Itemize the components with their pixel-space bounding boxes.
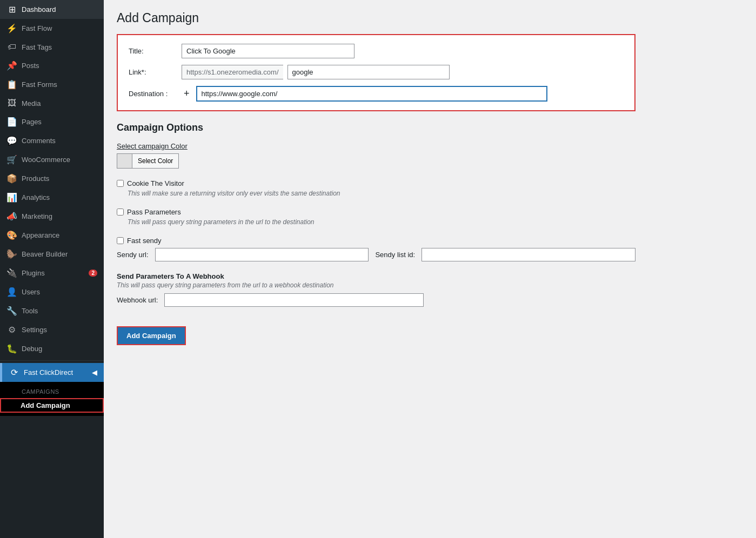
link-slug-input[interactable] — [287, 65, 450, 79]
sidebar-submenu: Campaigns Add Campaign — [0, 382, 104, 416]
plus-button[interactable]: + — [182, 88, 192, 99]
destination-input[interactable] — [196, 86, 547, 102]
sidebar-item-fast-clickdirect[interactable]: ⟳ Fast ClickDirect ◀ — [0, 363, 104, 382]
sidebar-item-label: Settings — [22, 326, 97, 334]
link-prefix: https://s1.onezeromedia.com/ — [182, 65, 283, 79]
sidebar-item-label: Analytics — [22, 193, 97, 201]
sidebar-item-label: Users — [22, 288, 97, 296]
webhook-url-row: Webhook url: — [117, 293, 635, 307]
sidebar-item-fast-forms[interactable]: 📋 Fast Forms — [0, 75, 104, 94]
fast-flow-icon: ⚡ — [6, 23, 17, 33]
products-icon: 📦 — [6, 173, 17, 184]
cookie-checkbox-row: Cookie The Visitor — [117, 179, 635, 187]
sidebar-item-woocommerce[interactable]: 🛒 WooCommerce — [0, 150, 104, 169]
fast-sendy-option: Fast sendy Sendy url: Sendy list id: — [117, 237, 635, 261]
sendy-url-input[interactable] — [155, 248, 369, 261]
appearance-icon: 🎨 — [6, 230, 17, 240]
woo-icon: 🛒 — [6, 154, 17, 165]
cookie-helper-text: This will make sure a returning visitor … — [128, 190, 635, 197]
sidebar-item-appearance[interactable]: 🎨 Appearance — [0, 226, 104, 245]
sidebar-item-label: Tools — [22, 307, 97, 315]
pass-params-option: Pass Parameters This will pass query str… — [117, 208, 635, 226]
tag-icon: 🏷 — [6, 42, 17, 52]
link-row: Link*: https://s1.onezeromedia.com/ — [129, 65, 624, 79]
sidebar-item-label: WooCommerce — [22, 156, 97, 164]
comments-icon: 💬 — [6, 136, 17, 146]
pass-params-label[interactable]: Pass Parameters — [127, 208, 181, 216]
color-swatch — [117, 153, 132, 169]
sidebar-item-label: Appearance — [22, 231, 97, 239]
beaver-icon: 🦫 — [6, 249, 17, 259]
page-title: Add Campaign — [117, 11, 743, 25]
users-icon: 👤 — [6, 287, 17, 297]
sendy-url-label: Sendy url: — [117, 251, 149, 259]
settings-icon: ⚙ — [6, 325, 17, 335]
link-label: Link*: — [129, 68, 177, 76]
sidebar-item-label: Products — [22, 174, 97, 183]
fast-sendy-checkbox[interactable] — [117, 237, 124, 244]
sidebar-item-beaver-builder[interactable]: 🦫 Beaver Builder — [0, 245, 104, 264]
cookie-checkbox[interactable] — [117, 180, 124, 187]
select-color-button[interactable]: Select Color — [132, 153, 179, 169]
sidebar-item-fast-flow[interactable]: ⚡ Fast Flow — [0, 19, 104, 38]
sendy-list-label: Sendy list id: — [375, 251, 415, 259]
sendy-list-input[interactable] — [422, 248, 635, 261]
color-label: Select campaign Color — [117, 142, 635, 150]
sidebar-item-label: Pages — [22, 118, 97, 126]
title-label: Title: — [129, 47, 177, 55]
sidebar-item-dashboard[interactable]: ⊞ Dashboard — [0, 0, 104, 19]
sidebar-item-users[interactable]: 👤 Users — [0, 283, 104, 301]
sidebar-item-label: Dashboard — [22, 5, 97, 14]
marketing-icon: 📣 — [6, 211, 17, 221]
forms-icon: 📋 — [6, 79, 17, 90]
tools-icon: 🔧 — [6, 306, 17, 316]
sidebar-item-label: Fast Forms — [22, 80, 97, 89]
sidebar-item-label: Beaver Builder — [22, 250, 97, 258]
sidebar-item-posts[interactable]: 📌 Posts — [0, 56, 104, 75]
webhook-url-input[interactable] — [164, 293, 424, 307]
posts-icon: 📌 — [6, 60, 17, 71]
arrow-icon: ◀ — [92, 368, 97, 376]
sidebar-item-products[interactable]: 📦 Products — [0, 169, 104, 188]
pass-params-checkbox[interactable] — [117, 209, 124, 216]
sidebar-item-debug[interactable]: 🐛 Debug — [0, 339, 104, 358]
title-input[interactable] — [182, 44, 354, 58]
clickdirect-icon: ⟳ — [9, 367, 19, 378]
sidebar-item-settings[interactable]: ⚙ Settings — [0, 320, 104, 339]
add-campaign-button[interactable]: Add Campaign — [117, 326, 186, 345]
fast-sendy-label[interactable]: Fast sendy — [127, 237, 162, 245]
webhook-desc: This will pass query string parameters f… — [117, 281, 635, 289]
cookie-label[interactable]: Cookie The Visitor — [127, 179, 184, 187]
webhook-section: Send Parameters To A Webhook This will p… — [117, 272, 635, 307]
sidebar-item-comments[interactable]: 💬 Comments — [0, 131, 104, 150]
destination-row: Destination : + — [129, 86, 624, 102]
sidebar-item-label: Marketing — [22, 212, 97, 220]
sidebar-item-analytics[interactable]: 📊 Analytics — [0, 188, 104, 207]
sidebar-item-pages[interactable]: 📄 Pages — [0, 112, 104, 131]
sidebar: ⊞ Dashboard ⚡ Fast Flow 🏷 Fast Tags 📌 Po… — [0, 0, 104, 538]
sidebar-item-label: Media — [22, 99, 97, 107]
main-content: Add Campaign Title: Link*: https://s1.on… — [104, 0, 756, 538]
title-row: Title: — [129, 44, 624, 58]
webhook-url-label: Webhook url: — [117, 296, 158, 304]
sidebar-item-media[interactable]: 🖼 Media — [0, 94, 104, 112]
sidebar-item-label: Plugins — [22, 269, 84, 277]
sidebar-item-fast-tags[interactable]: 🏷 Fast Tags — [0, 38, 104, 56]
color-section: Select campaign Color Select Color — [117, 142, 635, 169]
fast-sendy-checkbox-row: Fast sendy — [117, 237, 635, 245]
sidebar-item-tools[interactable]: 🔧 Tools — [0, 301, 104, 320]
campaign-options-title: Campaign Options — [117, 122, 635, 133]
destination-label: Destination : — [129, 90, 177, 98]
debug-icon: 🐛 — [6, 344, 17, 354]
sidebar-item-marketing[interactable]: 📣 Marketing — [0, 207, 104, 226]
submenu-item-add-campaign[interactable]: Add Campaign — [0, 398, 104, 413]
add-campaign-form: Title: Link*: https://s1.onezeromedia.co… — [117, 34, 635, 111]
campaign-options-section: Campaign Options Select campaign Color S… — [117, 122, 635, 345]
pass-params-checkbox-row: Pass Parameters — [117, 208, 635, 216]
sidebar-item-plugins[interactable]: 🔌 Plugins 2 — [0, 264, 104, 283]
sidebar-item-label: Fast Tags — [22, 43, 97, 51]
webhook-title: Send Parameters To A Webhook — [117, 272, 635, 280]
analytics-icon: 📊 — [6, 192, 17, 203]
color-picker-button[interactable]: Select Color — [117, 153, 635, 169]
sidebar-item-label: Debug — [22, 345, 97, 353]
